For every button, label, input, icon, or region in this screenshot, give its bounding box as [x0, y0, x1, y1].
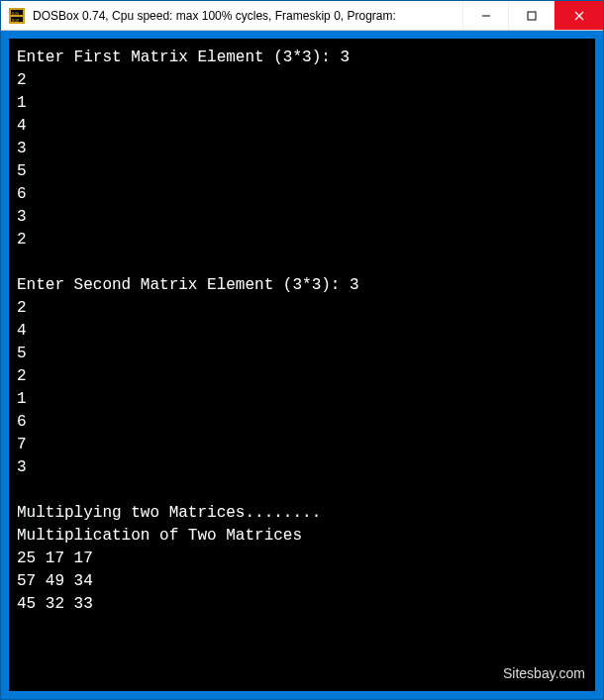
console-line: 2 — [17, 69, 587, 92]
minimize-button[interactable] — [462, 1, 508, 30]
svg-rect-6 — [528, 12, 536, 20]
console-line: Multiplication of Two Matrices — [17, 525, 587, 548]
app-window: DOS BOX DOSBox 0.74, Cpu speed: max 100%… — [0, 0, 604, 700]
console-line: Multiplying two Matrices........ — [17, 502, 587, 525]
console-line: Enter First Matrix Element (3*3): 3 — [17, 47, 587, 69]
console-line: 4 — [17, 320, 587, 343]
console-line: 2 — [17, 297, 587, 320]
console-line: 3 — [17, 138, 587, 160]
console-line: 3 — [17, 206, 587, 229]
svg-text:BOX: BOX — [12, 17, 20, 22]
blank-line — [17, 479, 587, 502]
console-line: 1 — [17, 92, 587, 115]
console-line: 3 — [17, 456, 587, 479]
console-line: 6 — [17, 183, 587, 206]
console-line: Enter Second Matrix Element (3*3): 3 — [17, 274, 587, 297]
console-line: 45 32 33 — [17, 593, 587, 616]
console-line: 2 — [17, 229, 587, 251]
console-line: 57 49 34 — [17, 570, 587, 593]
console-line: 5 — [17, 343, 587, 365]
console-line: 1 — [17, 388, 587, 411]
window-controls — [462, 1, 603, 30]
console-line: 25 17 17 — [17, 548, 587, 570]
console-line: 5 — [17, 160, 587, 183]
maximize-button[interactable] — [508, 1, 554, 30]
window-title: DOSBox 0.74, Cpu speed: max 100% cycles,… — [33, 9, 462, 23]
titlebar[interactable]: DOS BOX DOSBox 0.74, Cpu speed: max 100%… — [1, 1, 603, 31]
close-button[interactable] — [554, 1, 603, 30]
dosbox-icon: DOS BOX — [9, 8, 25, 24]
console-output: Enter First Matrix Element (3*3): 3 2 1 … — [9, 39, 595, 691]
console-line: 6 — [17, 411, 587, 434]
console-line: 7 — [17, 434, 587, 456]
blank-line — [17, 251, 587, 274]
content-frame: Enter First Matrix Element (3*3): 3 2 1 … — [1, 31, 603, 699]
console-line: 4 — [17, 115, 587, 138]
svg-text:DOS: DOS — [12, 10, 20, 15]
watermark-text: Sitesbay.com — [503, 662, 585, 685]
console-line: 2 — [17, 365, 587, 388]
